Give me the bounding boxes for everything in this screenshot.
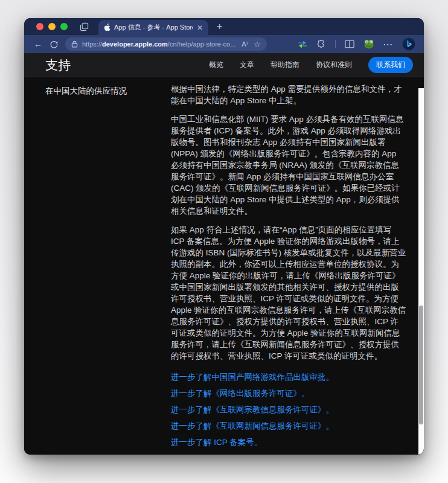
split-screen-icon[interactable] [345, 40, 354, 48]
paragraph: 根据中国法律，特定类型的 App 需要提供额外的信息和文件，才能在中国大陆的 A… [171, 83, 406, 106]
scrollbar-thumb[interactable] [419, 305, 423, 424]
page-scrollbar[interactable] [418, 88, 424, 455]
link-game-publication-approval[interactable]: 进一步了解中国国产网络游戏作品出版审批。 [171, 371, 406, 383]
lock-icon [71, 40, 78, 48]
contact-us-button[interactable]: 联系我们 [368, 57, 413, 73]
favorite-star-icon[interactable]: ☆ [254, 40, 261, 49]
tab-close-icon[interactable]: ✕ [197, 24, 203, 31]
nav-item-agreements[interactable]: 协议和准则 [316, 60, 352, 70]
browser-tab[interactable]: App 信息 - 参考 - App Store Co ✕ [98, 20, 208, 35]
minimize-window-button[interactable] [48, 23, 56, 30]
sidebar: 在中国大陆的供应情况 [45, 83, 147, 455]
frog-extension-icon[interactable] [363, 39, 374, 49]
learn-more-links: 进一步了解中国国产网络游戏作品出版审批。 进一步了解《网络出版服务许可证》。 进… [171, 371, 406, 448]
site-header: 支持 概览 文章 帮助指南 协议和准则 联系我们 [24, 53, 424, 77]
paragraph: 中国工业和信息化部 (MIIT) 要求 App 必须具备有效的互联网信息服务提供… [171, 114, 406, 217]
link-religious-info-license[interactable]: 进一步了解《互联网宗教信息服务许可证》。 [171, 404, 406, 415]
bing-button[interactable] [402, 37, 415, 51]
tab-title: App 信息 - 参考 - App Store Co [114, 23, 193, 32]
read-aloud-icon[interactable]: A⁾ [242, 40, 248, 48]
content-area: 在中国大陆的供应情况 根据中国法律，特定类型的 App 需要提供额外的信息和文件… [24, 77, 424, 455]
refresh-button[interactable] [46, 40, 62, 49]
close-window-button[interactable] [36, 23, 43, 30]
nav-item-help-guides[interactable]: 帮助指南 [270, 60, 299, 70]
apple-favicon-icon [104, 24, 110, 31]
tab-actions-icon[interactable] [80, 22, 89, 31]
site-nav: 概览 文章 帮助指南 协议和准则 [209, 60, 352, 70]
address-bar[interactable]: https://developer.apple.com/cn/help/app-… [65, 37, 267, 51]
extensions-puzzle-icon[interactable] [316, 39, 326, 49]
link-news-info-license[interactable]: 进一步了解《互联网新闻信息服务许可证》。 [171, 420, 406, 432]
new-tab-button[interactable]: + [217, 21, 222, 32]
url-domain: developer.apple.com [102, 40, 168, 48]
browser-toolbar: ← https://developer.apple.com/cn/help/ap… [24, 35, 424, 53]
article-body: 根据中国法律，特定类型的 App 需要提供额外的信息和文件，才能在中国大陆的 A… [171, 83, 406, 455]
traffic-lights [36, 23, 68, 30]
more-menu-icon[interactable]: ··· [383, 40, 393, 49]
extension-arrows-icon[interactable] [298, 40, 307, 48]
link-icp-filing-number[interactable]: 进一步了解 ICP 备案号。 [171, 437, 406, 448]
nav-item-articles[interactable]: 文章 [240, 60, 254, 70]
nav-item-overview[interactable]: 概览 [209, 60, 223, 70]
link-online-publishing-license[interactable]: 进一步了解《网络出版服务许可证》。 [171, 388, 406, 399]
toolbar-extensions: ··· [298, 37, 418, 51]
paragraph: 如果 App 符合上述情况，请在“App 信息”页面的相应位置填写 ICP 备案… [171, 224, 406, 362]
page-title: 支持 [45, 57, 71, 74]
sidebar-item-availability-china[interactable]: 在中国大陆的供应情况 [45, 86, 147, 97]
browser-window: App 信息 - 参考 - App Store Co ✕ + ← https:/… [24, 18, 424, 455]
url-text: https://developer.apple.com/cn/help/app-… [82, 40, 235, 48]
page-viewport: 支持 概览 文章 帮助指南 协议和准则 联系我们 在中国大陆的供应情况 根据中国… [24, 53, 424, 455]
toolbar-divider [335, 40, 336, 48]
tab-bar: App 信息 - 参考 - App Store Co ✕ + [24, 18, 424, 35]
zoom-window-button[interactable] [60, 23, 68, 30]
back-button[interactable]: ← [30, 39, 46, 49]
